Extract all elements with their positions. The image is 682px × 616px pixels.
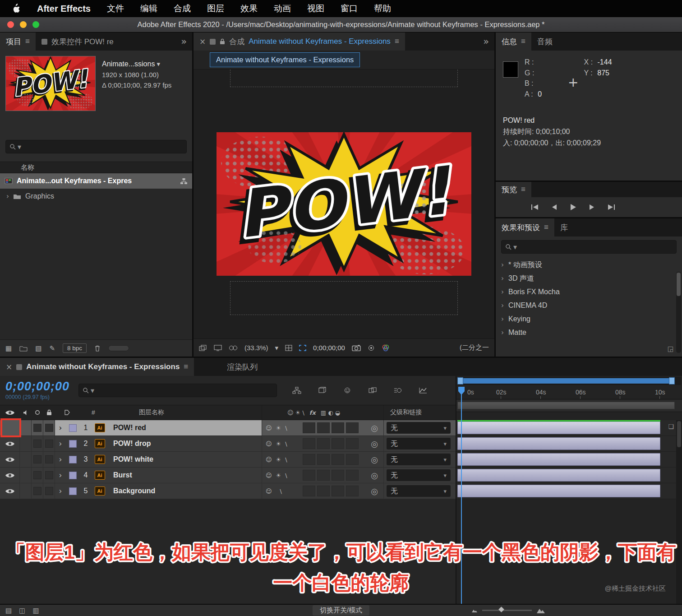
zoom-out-mountain-icon[interactable] xyxy=(471,608,478,613)
tab-effects-presets[interactable]: 效果和预设 ≡ xyxy=(496,218,554,236)
solo-column-icon[interactable] xyxy=(32,405,43,420)
expand-arrow[interactable]: › xyxy=(55,436,66,451)
scrollbar-thumb[interactable] xyxy=(677,273,681,296)
audio-toggle[interactable] xyxy=(20,483,32,499)
track-row-3[interactable] xyxy=(456,452,682,468)
frame-blending-icon[interactable] xyxy=(365,384,380,396)
label-swatch[interactable] xyxy=(66,420,79,435)
layer-row-5[interactable]: › 5 Ai Background ☺\ ◎ 无▾ xyxy=(0,483,456,499)
solo-toggle[interactable] xyxy=(32,436,43,451)
fx-category-animation-presets[interactable]: › * 动画预设 xyxy=(496,258,682,272)
solo-toggle[interactable] xyxy=(32,483,43,499)
layer-switches[interactable]: ☺☀\ xyxy=(262,468,365,483)
tab-render-queue[interactable]: 渲染队列 xyxy=(221,358,263,376)
visibility-toggle[interactable] xyxy=(0,452,20,467)
solo-toggle[interactable] xyxy=(32,468,43,483)
lock-column-icon[interactable] xyxy=(43,405,55,420)
scroll-pill[interactable] xyxy=(108,345,129,351)
panel-menu-icon[interactable]: ≡ xyxy=(521,37,525,46)
audio-toggle[interactable] xyxy=(20,420,32,435)
visibility-column-icon[interactable] xyxy=(0,405,20,420)
zoom-level[interactable]: (33.3%) xyxy=(244,344,268,352)
zoom-in-mountain-icon[interactable] xyxy=(536,607,545,614)
visibility-toggle[interactable] xyxy=(0,483,20,499)
project-thumbnail[interactable] xyxy=(5,56,96,111)
lock-toggle[interactable] xyxy=(43,452,55,467)
layer-name[interactable]: Background xyxy=(107,483,262,499)
project-name-column-header[interactable]: 名称 xyxy=(0,162,192,173)
fx-category-boris-fx-mocha[interactable]: › Boris FX Mocha xyxy=(496,285,682,299)
current-timecode[interactable]: 0;00;00;00 xyxy=(5,380,69,394)
audio-toggle[interactable] xyxy=(20,468,32,483)
layer-name[interactable]: Burst xyxy=(107,468,262,483)
in-out-columns-icon[interactable]: ▥ xyxy=(32,607,39,615)
layer-row-3[interactable]: › 3 Ai POW! white ☺☀\ ◎ 无▾ xyxy=(0,452,456,468)
menu-view[interactable]: 视图 xyxy=(307,3,324,14)
zoom-bar-range[interactable] xyxy=(458,378,674,384)
layer-switches[interactable]: ☺☀\ xyxy=(262,436,365,451)
parent-dropdown[interactable]: 无▾ xyxy=(383,452,456,467)
comp-tab-chip[interactable]: Animate without Keyframes - Expressions xyxy=(210,52,360,67)
new-composition-icon[interactable]: ▧ xyxy=(35,344,41,352)
label-column-icon[interactable] xyxy=(55,405,79,420)
interpret-footage-icon[interactable]: ▦ xyxy=(5,344,12,352)
label-swatch[interactable] xyxy=(66,436,79,451)
parent-pickwhip-icon[interactable]: ◎ xyxy=(365,420,383,435)
channel-icon[interactable] xyxy=(229,345,238,351)
trash-icon[interactable] xyxy=(94,345,101,352)
parent-pickwhip-icon[interactable]: ◎ xyxy=(365,436,383,451)
close-icon[interactable]: × xyxy=(6,362,12,371)
track-row-1[interactable] xyxy=(456,420,682,436)
label-swatch[interactable] xyxy=(66,483,79,499)
layer-duration-bar[interactable] xyxy=(457,453,660,466)
current-time-indicator-line[interactable] xyxy=(461,387,462,604)
layer-name[interactable]: POW! drop xyxy=(107,436,262,451)
tab-info[interactable]: 信息 ≡ xyxy=(496,32,531,51)
fx-category-keying[interactable]: › Keying xyxy=(496,312,682,326)
apple-logo-icon[interactable] xyxy=(12,4,21,14)
timeline-track-area[interactable]: 0s 02s 04s 06s 08s 10s ❏ xyxy=(456,376,682,604)
always-preview-icon[interactable] xyxy=(199,345,207,351)
parent-pickwhip-icon[interactable]: ◎ xyxy=(365,468,383,483)
switches-column-header[interactable]: ☺ ☀ \ fx ▥ ◐ ◒ xyxy=(262,405,365,420)
parent-link-column-header[interactable]: 父级和链接 xyxy=(383,405,456,420)
lock-toggle[interactable] xyxy=(43,468,55,483)
layer-switches[interactable]: ☺☀\ xyxy=(262,452,365,467)
expand-arrow[interactable]: › xyxy=(55,420,66,435)
panel-menu-icon[interactable]: ≡ xyxy=(521,185,525,194)
menu-layer[interactable]: 图层 xyxy=(207,3,224,14)
layer-name-column-header[interactable]: 图层名称 xyxy=(107,405,262,420)
snapshot-camera-icon[interactable] xyxy=(352,345,361,351)
solo-toggle[interactable] xyxy=(32,420,43,435)
timeline-vertical-scrollbar[interactable] xyxy=(676,420,682,604)
panel-corner-icon[interactable]: ◲ xyxy=(668,345,674,353)
chevron-down-icon[interactable]: ▾ xyxy=(157,60,161,68)
layer-duration-bar[interactable] xyxy=(457,421,660,434)
composition-image[interactable] xyxy=(217,132,471,276)
comp-button-icon[interactable]: ❏ xyxy=(668,423,674,430)
first-frame-button[interactable] xyxy=(531,204,539,210)
lock-toggle[interactable] xyxy=(43,436,55,451)
fx-category-matte[interactable]: › Matte xyxy=(496,326,682,339)
solo-toggle[interactable] xyxy=(32,452,43,467)
layer-row-2[interactable]: › 2 Ai POW! drop ☺☀\ ◎ 无▾ xyxy=(0,436,456,452)
project-item-folder[interactable]: › Graphics xyxy=(0,189,192,204)
effects-scrollbar[interactable] xyxy=(676,272,681,353)
visibility-toggle[interactable] xyxy=(0,436,20,451)
layer-switches[interactable]: ☺☀\ xyxy=(262,420,365,435)
layer-duration-bar[interactable] xyxy=(457,437,660,450)
next-frame-button[interactable] xyxy=(589,204,595,210)
parent-pickwhip-icon[interactable]: ◎ xyxy=(365,452,383,467)
adjust-icon[interactable]: ✎ xyxy=(49,344,55,352)
expand-chevron-icon[interactable]: › xyxy=(6,192,9,200)
show-snapshot-icon[interactable] xyxy=(368,345,375,351)
lock-toggle[interactable] xyxy=(43,420,55,435)
expand-arrow[interactable]: › xyxy=(55,452,66,467)
effects-search-input[interactable]: ▾ xyxy=(501,240,677,254)
viewer-timecode[interactable]: 0;00;00;00 xyxy=(313,344,345,352)
panel-menu-icon[interactable]: ≡ xyxy=(25,37,30,46)
fx-category-3d-channel[interactable]: › 3D 声道 xyxy=(496,272,682,285)
color-channels-icon[interactable] xyxy=(382,344,390,352)
menu-edit[interactable]: 编辑 xyxy=(140,3,157,14)
tab-timeline-comp[interactable]: × Animate without Keyframes - Expression… xyxy=(0,358,194,376)
